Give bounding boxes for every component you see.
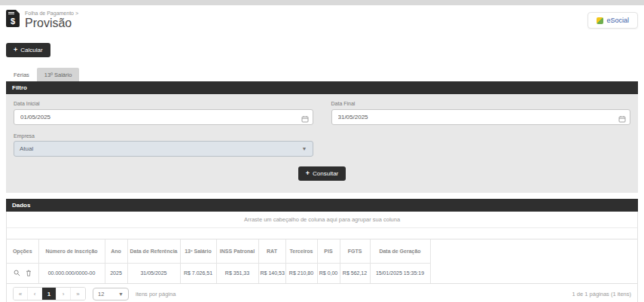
pager-prev-button[interactable]: ‹ — [28, 288, 42, 300]
column-header-numero-inscricao[interactable]: Número de Inscrição — [38, 239, 105, 263]
pager-next-button[interactable]: › — [56, 288, 71, 300]
column-header-terceiros[interactable]: Terceiros — [285, 239, 317, 263]
calendar-icon[interactable] — [618, 112, 626, 126]
cell-13-salario: R$ 7.026,51 — [180, 263, 216, 283]
data-inicial-input[interactable] — [14, 109, 313, 125]
filtro-panel: Filtro Data Inicial Data Final — [6, 81, 638, 193]
table-header-row: Opções Número de Inscrição Ano Data de R… — [7, 239, 430, 263]
provisao-table: Opções Número de Inscrição Ano Data de R… — [7, 239, 431, 283]
chevron-down-icon: ▼ — [118, 291, 124, 297]
cell-pis: R$ 0,00 — [317, 263, 340, 283]
empresa-label: Empresa — [14, 133, 313, 139]
plus-icon: + — [306, 170, 310, 177]
consultar-label: Consultar — [313, 170, 338, 177]
column-header-ano[interactable]: Ano — [105, 239, 127, 263]
trash-icon[interactable] — [26, 270, 32, 276]
cell-rat: R$ 140,53 — [258, 263, 285, 283]
payroll-document-icon: $ — [6, 10, 20, 27]
empresa-select[interactable]: Atual ▼ — [14, 141, 313, 157]
data-final-field: Data Final — [331, 101, 631, 125]
column-header-rat[interactable]: RAT — [258, 239, 285, 263]
calcular-label: Calcular — [20, 47, 42, 53]
data-final-label: Data Final — [331, 101, 631, 106]
filtro-panel-header: Filtro — [6, 81, 638, 94]
pager-first-button[interactable]: « — [14, 288, 28, 300]
pager-summary: 1 de 1 páginas (1 itens) — [572, 291, 631, 297]
empresa-field: Empresa Atual ▼ — [14, 133, 313, 157]
pager-nav: « ‹ 1 › » — [13, 287, 86, 300]
chevron-down-icon: ▼ — [302, 146, 307, 151]
tab-ferias[interactable]: Férias — [6, 68, 37, 81]
pager-last-button[interactable]: » — [71, 288, 85, 300]
cell-numero-inscricao: 00.000.000/0000-00 — [38, 263, 105, 283]
calendar-icon[interactable] — [301, 112, 309, 126]
tab-13-salario[interactable]: 13º Salário — [37, 68, 80, 81]
dados-panel: Dados Arraste um cabeçalho de coluna aqu… — [6, 199, 638, 302]
pager: « ‹ 1 › » 12 ▼ itens por página 1 de 1 p… — [7, 283, 637, 302]
page-header: $ Folha de Pagamento > Provisão eSocial — [6, 10, 638, 30]
cell-data-geracao: 15/01/2025 15:35:19 — [370, 263, 430, 283]
app-window: $ Folha de Pagamento > Provisão eSocial … — [0, 0, 644, 302]
breadcrumb[interactable]: Folha de Pagamento > — [25, 11, 78, 16]
dados-panel-header: Dados — [6, 199, 638, 212]
page-title: Provisão — [25, 17, 78, 30]
column-header-inss-patronal[interactable]: INSS Patronal — [216, 239, 258, 263]
column-header-fgts[interactable]: FGTS — [340, 239, 370, 263]
column-header-opcoes[interactable]: Opções — [7, 239, 38, 263]
cell-ano: 2025 — [105, 263, 127, 283]
grid-spacer — [7, 228, 637, 239]
table-row: 00.000.000/0000-00 2025 31/05/2025 R$ 7.… — [7, 263, 430, 283]
column-header-data-referencia[interactable]: Data de Referência — [127, 239, 180, 263]
consultar-button[interactable]: + Consultar — [298, 166, 346, 181]
items-per-page-label: itens por página — [136, 291, 175, 297]
column-header-pis[interactable]: PIS — [317, 239, 340, 263]
cell-opcoes — [7, 263, 38, 283]
data-inicial-label: Data Inicial — [14, 101, 313, 106]
tab-bar: Férias 13º Salário — [6, 68, 638, 81]
data-grid: Arraste um cabeçalho de coluna aqui para… — [6, 212, 638, 302]
esocial-icon — [597, 17, 603, 24]
pager-page-1-button[interactable]: 1 — [42, 288, 56, 300]
page-size-select[interactable]: 12 ▼ — [93, 288, 129, 300]
empresa-selected-value: Atual — [20, 145, 33, 152]
data-inicial-field: Data Inicial — [14, 101, 313, 125]
filtro-panel-body: Data Inicial Data Final — [6, 94, 638, 193]
esocial-label: eSocial — [606, 17, 629, 24]
data-final-input[interactable] — [331, 109, 631, 125]
plus-icon: + — [14, 47, 17, 53]
column-header-13-salario[interactable]: 13º Salário — [180, 239, 216, 263]
cell-fgts: R$ 562,12 — [340, 263, 370, 283]
search-icon[interactable] — [14, 270, 20, 276]
group-panel: Arraste um cabeçalho de coluna aqui para… — [7, 212, 637, 228]
top-strip — [0, 0, 644, 5]
page-size-value: 12 — [98, 291, 104, 297]
esocial-button[interactable]: eSocial — [588, 12, 638, 29]
column-header-data-geracao[interactable]: Data de Geração — [370, 239, 430, 263]
cell-inss-patronal: R$ 351,33 — [216, 263, 258, 283]
calcular-button[interactable]: + Calcular — [6, 43, 50, 57]
cell-data-referencia: 31/05/2025 — [127, 263, 180, 283]
cell-terceiros: R$ 210,80 — [285, 263, 317, 283]
